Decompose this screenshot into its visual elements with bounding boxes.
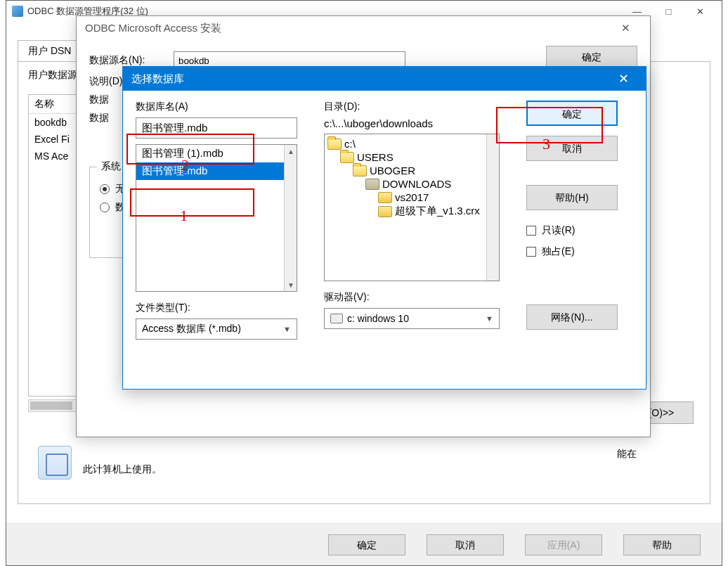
drive-label: 驱动器(V): bbox=[324, 291, 514, 304]
filetype-value: Access 数据库 (*.mdb) bbox=[142, 323, 241, 335]
apply-button: 应用(A) bbox=[525, 534, 602, 555]
list-item[interactable]: 图书管理 (1).mdb bbox=[136, 145, 297, 162]
folder-open-icon bbox=[327, 139, 342, 150]
cancel-button[interactable]: 取消 bbox=[427, 534, 504, 555]
list-item-selected[interactable]: 图书管理.mdb bbox=[136, 162, 297, 180]
filetype-combo[interactable]: Access 数据库 (*.mdb) ▼ bbox=[136, 319, 297, 340]
checkbox-icon bbox=[526, 226, 536, 236]
system-db-fieldset-label: 系统 bbox=[97, 160, 125, 173]
maximize-button[interactable]: □ bbox=[653, 1, 684, 22]
readonly-label: 只读(R) bbox=[542, 224, 575, 237]
close-button[interactable]: ✕ bbox=[684, 1, 716, 22]
folder-current-icon bbox=[365, 179, 379, 190]
setup-titlebar: ODBC Microsoft Access 安装 ✕ bbox=[77, 16, 650, 40]
help-button[interactable]: 帮助 bbox=[623, 534, 701, 555]
setup-title: ODBC Microsoft Access 安装 bbox=[85, 22, 221, 35]
file-listbox[interactable]: 图书管理 (1).mdb 图书管理.mdb ▲ ▼ bbox=[136, 144, 297, 292]
main-button-bar: 确定 取消 应用(A) 帮助 bbox=[6, 523, 722, 565]
drive-icon bbox=[330, 314, 343, 323]
seldb-title: 选择数据库 bbox=[131, 72, 184, 86]
vertical-scrollbar[interactable]: ▲ ▼ bbox=[284, 145, 297, 291]
info-text-line2: 此计算机上使用。 bbox=[83, 461, 637, 477]
tab-user-dsn[interactable]: 用户 DSN bbox=[18, 40, 82, 62]
info-text-tail: 能在 bbox=[83, 446, 637, 461]
ok-button[interactable]: 确定 bbox=[328, 534, 405, 555]
folder-open-icon bbox=[340, 152, 354, 163]
filetype-label: 文件类型(T): bbox=[136, 302, 311, 314]
tree-item[interactable]: 超级下单_v1.3.crx bbox=[325, 204, 499, 219]
scroll-down-icon[interactable]: ▼ bbox=[285, 278, 297, 291]
exclusive-label: 独占(E) bbox=[542, 245, 575, 258]
tree-item[interactable]: c:\ bbox=[325, 137, 499, 150]
current-path: c:\...\uboger\downloads bbox=[324, 117, 514, 129]
seldb-cancel-button[interactable]: 取消 bbox=[526, 136, 618, 161]
seldb-ok-button[interactable]: 确定 bbox=[526, 101, 618, 126]
seldb-titlebar[interactable]: 选择数据库 ✕ bbox=[123, 67, 646, 91]
exclusive-checkbox[interactable]: 独占(E) bbox=[526, 245, 639, 258]
seldb-help-button[interactable]: 帮助(H) bbox=[526, 185, 618, 210]
dbname-label: 数据库名(A) bbox=[136, 101, 311, 113]
network-button[interactable]: 网络(N)... bbox=[526, 304, 618, 330]
directory-label: 目录(D): bbox=[324, 101, 514, 113]
drive-combo[interactable]: c: windows 10 ▼ bbox=[324, 308, 500, 329]
info-icon bbox=[38, 446, 72, 480]
drive-value: c: windows 10 bbox=[347, 313, 409, 324]
select-database-dialog: 选择数据库 ✕ 数据库名(A) 图书管理 (1).mdb 图书管理.mdb ▲ … bbox=[122, 66, 646, 390]
checkbox-icon bbox=[526, 247, 536, 257]
dsn-label: 数据源名(N): bbox=[89, 54, 174, 67]
close-icon[interactable]: ✕ bbox=[610, 18, 642, 39]
tree-item[interactable]: UBOGER bbox=[325, 164, 499, 177]
folder-closed-icon bbox=[378, 192, 392, 203]
folder-closed-icon bbox=[378, 206, 392, 217]
radio-icon bbox=[100, 184, 110, 194]
radio-icon bbox=[100, 202, 110, 212]
tree-item[interactable]: DOWNLOADS bbox=[325, 177, 499, 191]
close-icon[interactable]: ✕ bbox=[609, 68, 637, 89]
chevron-down-icon: ▼ bbox=[486, 314, 493, 323]
info-panel: 能在 此计算机上使用。 bbox=[38, 446, 637, 480]
setup-ok-button[interactable]: 确定 bbox=[546, 46, 637, 68]
dbname-input[interactable] bbox=[136, 117, 297, 139]
tree-item[interactable]: USERS bbox=[325, 150, 499, 164]
directory-tree[interactable]: c:\ USERS UBOGER DOWNLOADS vs2017 超级下单_v… bbox=[324, 134, 500, 281]
scroll-up-icon[interactable]: ▲ bbox=[285, 145, 297, 157]
readonly-checkbox[interactable]: 只读(R) bbox=[526, 224, 639, 237]
tree-item[interactable]: vs2017 bbox=[325, 191, 499, 204]
chevron-down-icon: ▼ bbox=[283, 325, 291, 333]
vertical-scrollbar[interactable] bbox=[486, 134, 499, 281]
folder-open-icon bbox=[353, 165, 367, 176]
odbc-app-icon bbox=[12, 6, 23, 17]
